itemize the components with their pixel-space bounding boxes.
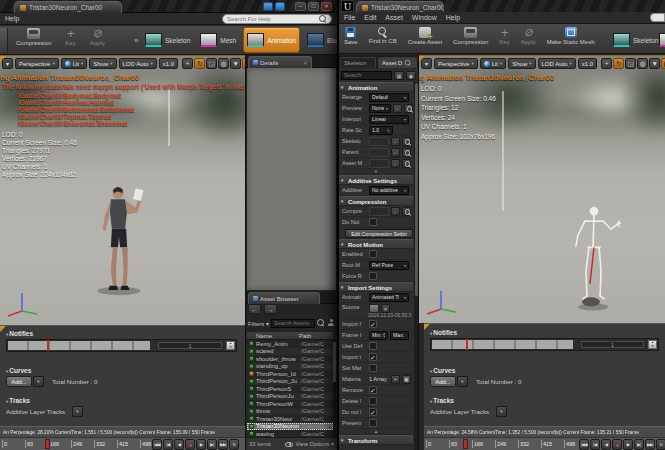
perspective-button[interactable]: Perspective▾ — [15, 58, 59, 69]
find-in-cb-button[interactable]: Find in CB — [367, 26, 399, 45]
step-backward-button[interactable]: |◀ — [590, 439, 600, 450]
rotate-tool-icon[interactable]: ↻ — [613, 58, 624, 69]
tab-details[interactable]: Details × — [248, 56, 312, 68]
prop-number-field[interactable]: 1.0↻ — [369, 126, 393, 135]
property-matrix-icon[interactable]: ▦ — [394, 71, 404, 80]
magnifier-icon[interactable] — [402, 159, 411, 168]
column-name[interactable]: Name — [247, 333, 299, 339]
notify-track-count[interactable]: 1 — [581, 341, 644, 348]
prop-dropdown[interactable]: Animated Ti▾ — [369, 293, 409, 302]
window-tab[interactable]: Tristan30Neuron_Char00 — [14, 1, 122, 13]
section-import-settings[interactable]: Import Settings — [339, 282, 413, 292]
record-button[interactable]: ● — [612, 439, 622, 450]
notify-track-segments[interactable] — [432, 340, 573, 349]
play-button[interactable]: ▶ — [196, 439, 206, 450]
skip-to-start-button[interactable]: |◀◀ — [579, 439, 589, 450]
property-search-box[interactable] — [341, 71, 392, 80]
prop-checkbox[interactable]: ✓ — [369, 353, 377, 361]
timeline-playhead[interactable] — [463, 439, 468, 449]
back-button[interactable]: ← — [248, 304, 261, 314]
save-button[interactable]: Save — [342, 26, 360, 46]
section-additive-settings[interactable]: Additive Settings — [339, 175, 413, 185]
timeline-ruler[interactable]: 083166249332415498 |◀◀|◀◀●▶▶|▶▶|↻ — [424, 437, 665, 450]
column-path[interactable]: Path — [299, 333, 311, 339]
tab-asset-details[interactable]: Asset D — [378, 57, 417, 68]
menu-item[interactable]: File — [344, 14, 355, 21]
frame-max-field[interactable]: Max: 0 — [390, 331, 409, 340]
waving[interactable]: waving /Game/C — [247, 430, 333, 437]
screen-size-button[interactable]: x1.0 — [159, 58, 178, 69]
add-curve-button[interactable]: Add... — [430, 376, 456, 387]
view-options-button[interactable]: View Options ▾ — [295, 441, 334, 447]
edit-compression-button[interactable]: Edit Compression Settin — [345, 229, 413, 238]
add-curve-button[interactable]: Add... — [6, 376, 32, 387]
notify-track-spinner[interactable]: ▲▼ — [226, 341, 235, 350]
notifies-track[interactable]: 1 ▲▼ — [430, 338, 659, 351]
standing_up[interactable]: standing_up /Game/C — [247, 363, 333, 371]
prop-checkbox[interactable] — [369, 250, 377, 258]
prop-checkbox[interactable] — [369, 419, 377, 427]
ThirdPerson_Ju[interactable]: ThirdPerson_Ju /Game/C — [247, 378, 333, 386]
play-button[interactable]: ▶ — [623, 439, 633, 450]
asset-table-header[interactable]: Name Path — [247, 331, 333, 340]
section-root-motion[interactable]: Root Motion — [339, 239, 413, 249]
notify-track-spinner[interactable]: ▲▼ — [648, 340, 657, 349]
magnifier-icon[interactable] — [402, 207, 411, 216]
menu-item[interactable]: Asset — [385, 14, 403, 21]
timeline-playhead[interactable] — [45, 439, 50, 449]
play-reverse-button[interactable]: ◀ — [601, 439, 611, 450]
prop-dropdown[interactable]: No additive▾ — [369, 186, 409, 195]
compression-button[interactable]: Compression — [14, 27, 53, 47]
maximize-button[interactable]: □ — [308, 2, 319, 11]
tracks-section[interactable]: ▾Tracks — [430, 397, 454, 404]
show-button[interactable]: Show▾ — [89, 58, 116, 69]
ThirdPersonW[interactable]: ThirdPersonW /Game/C — [247, 400, 333, 408]
apply-button[interactable]: Apply — [88, 27, 107, 47]
add-curve-dropdown[interactable]: ▾ — [457, 376, 468, 387]
mini-button-icon[interactable]: ← — [391, 148, 400, 157]
prop-checkbox[interactable] — [369, 218, 377, 226]
show-button[interactable]: Show▾ — [508, 58, 535, 69]
prop-dropdown[interactable]: Default▾ — [369, 93, 409, 102]
make-static-mesh-button[interactable]: Make Static Mesh — [545, 26, 597, 46]
tab-asset-browser[interactable]: Asset Browser — [248, 292, 320, 304]
prop-checkbox[interactable]: ✓ — [369, 408, 377, 416]
mini-button-icon[interactable]: ← — [391, 159, 400, 168]
mini-button-icon[interactable]: ← — [391, 137, 400, 146]
additive-tracks-dropdown[interactable]: ▾ — [72, 406, 83, 417]
toolbar-overflow-chevron[interactable]: » — [134, 36, 138, 45]
notifies-track[interactable]: 1 ▲▼ — [6, 339, 237, 352]
scared[interactable]: scared /Game/C — [247, 348, 333, 356]
notifies-section[interactable]: ▾Notifies — [430, 329, 457, 336]
clipped-toolbar-button[interactable] — [0, 28, 8, 52]
step-backward-button[interactable]: |◀ — [163, 439, 173, 450]
compression-button[interactable]: Compression — [451, 26, 490, 46]
mode-skeleton[interactable]: Skeleton — [142, 27, 193, 53]
property-search-input[interactable] — [344, 72, 389, 78]
step-forward-button[interactable]: ▶| — [634, 439, 644, 450]
bug-report-icon[interactable] — [275, 2, 285, 11]
Remy_Anim[interactable]: Remy_Anim /Game/C — [247, 340, 333, 348]
mode-skeleton[interactable]: Skeleton — [610, 27, 661, 53]
skip-to-end-button[interactable]: ▶▶| — [218, 439, 228, 450]
section-animation[interactable]: Animation — [339, 82, 413, 92]
prop-checkbox[interactable]: ✓ — [369, 386, 377, 394]
asset-list-scrollbar[interactable] — [333, 340, 336, 437]
forward-button[interactable]: → — [264, 304, 277, 314]
surface-snap-icon[interactable]: ▼ — [649, 58, 660, 69]
timeline-ruler[interactable]: 083166249332415498 |◀◀|◀◀●▶▶|▶▶|↻ — [0, 437, 245, 450]
mini-button-icon[interactable]: ← — [391, 207, 400, 216]
prop-checkbox[interactable] — [369, 364, 377, 372]
property-scrollbar[interactable] — [414, 82, 418, 450]
curves-section[interactable]: ▾Curves — [6, 367, 31, 374]
tab-skeleton[interactable]: Skeleton — [340, 57, 376, 68]
translate-tool-icon[interactable]: + — [601, 58, 612, 69]
menu-item[interactable]: Help — [5, 15, 19, 22]
lod-button[interactable]: LOD Auto▾ — [119, 58, 157, 69]
minimize-button[interactable]: – — [295, 2, 306, 11]
grid-snap-icon[interactable]: ▦ — [661, 58, 665, 69]
grid-snap-icon[interactable]: ▦ — [242, 58, 245, 69]
notify-track-segments[interactable] — [8, 341, 150, 350]
help-search-input[interactable] — [227, 16, 316, 22]
surface-snap-icon[interactable]: ▼ — [230, 58, 241, 69]
